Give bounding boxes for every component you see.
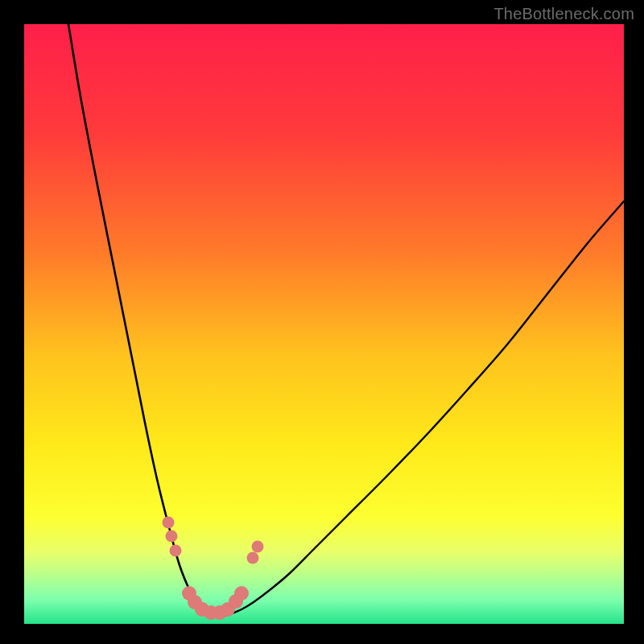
right-curve (224, 201, 624, 616)
trough-dot (170, 545, 182, 557)
trough-dot (234, 586, 249, 601)
watermark-text: TheBottleneck.com (493, 5, 634, 23)
curves-layer (24, 24, 624, 624)
trough-dot (252, 541, 264, 553)
trough-dot (166, 530, 178, 543)
trough-dot (163, 517, 175, 529)
left-curve (68, 24, 205, 613)
plot-area (24, 24, 624, 624)
chart-frame: TheBottleneck.com (0, 0, 644, 644)
trough-dot (247, 552, 259, 564)
